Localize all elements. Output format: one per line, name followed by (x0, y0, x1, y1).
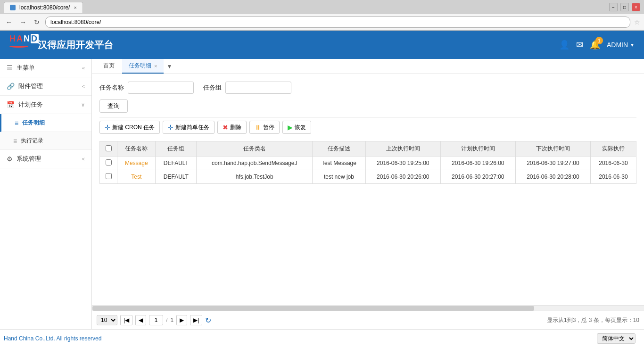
query-button[interactable]: 查询 (99, 99, 128, 113)
sidebar-item-exec-log[interactable]: ≡ 执行记录 (0, 132, 91, 150)
content-area: 首页 任务明细 × ▼ 任务名称 任务组 (92, 59, 644, 329)
row-next-exec: 2016-06-30 20:28:00 (515, 170, 590, 184)
back-button[interactable]: ← (4, 17, 14, 27)
delete-button[interactable]: ✖ 删除 (217, 121, 247, 134)
header-description: 任务描述 (313, 141, 366, 157)
calendar-icon: 📅 (7, 101, 15, 108)
tab-task-detail-close[interactable]: × (154, 63, 157, 69)
task-name-label: 任务名称 (99, 83, 124, 92)
page-sep: / (166, 317, 167, 323)
user-icon[interactable]: 👤 (559, 40, 570, 50)
sidebar-item-task-detail[interactable]: ≡ 任务明细 (0, 114, 91, 132)
tab-task-detail[interactable]: 任务明细 × (122, 59, 164, 74)
address-bar[interactable] (45, 17, 630, 28)
first-page-button[interactable]: |◀ (120, 315, 132, 325)
sidebar-sub-tasks: ≡ 任务明细 ≡ 执行记录 (0, 114, 91, 150)
sidebar-label-attachment: 附件管理 (18, 82, 43, 91)
new-simple-label: 新建简单任务 (175, 124, 209, 132)
row-class-name: hfs.job.TestJob (197, 170, 313, 184)
task-group-label: 任务组 (203, 83, 222, 92)
header-checkbox-col (100, 141, 117, 157)
next-page-button[interactable]: ▶ (176, 315, 187, 325)
row-actual-exec: 2016-06-30 (590, 157, 636, 170)
maximize-button[interactable]: □ (620, 3, 629, 11)
resume-button[interactable]: ▶ 恢复 (282, 121, 311, 134)
header-last-exec: 上次执行时间 (365, 141, 440, 157)
new-simple-button[interactable]: ✛ 新建简单任务 (163, 121, 215, 134)
browser-titlebar: localhost:8080/core/ × − □ × (0, 0, 644, 14)
tab-dropdown-icon[interactable]: ▼ (165, 61, 174, 72)
badge-count: 1 (595, 37, 603, 44)
sidebar-label-sys-mgmt: 系统管理 (17, 155, 41, 163)
row-checkbox-cell (100, 157, 117, 170)
task-group-input[interactable] (225, 82, 291, 94)
row-plan-exec: 2016-06-30 20:27:00 (440, 170, 515, 184)
refresh-button[interactable]: ↻ (205, 316, 211, 325)
sidebar-label-exec-log: 执行记录 (21, 137, 43, 145)
pause-icon: ⏸ (255, 124, 261, 131)
table-row: Test DEFAULT hfs.job.TestJob test new jo… (100, 170, 636, 184)
tab-close-icon[interactable]: × (74, 5, 76, 10)
table-scroll: 任务名称 任务组 任务类名 任务描述 上次执行时间 计划执行时间 下次执行时间 … (99, 141, 636, 184)
scrollbar-thumb[interactable] (92, 306, 534, 311)
close-button[interactable]: × (632, 3, 640, 11)
bookmark-icon[interactable]: ☆ (634, 18, 640, 26)
browser-tab[interactable]: localhost:8080/core/ × (4, 2, 83, 13)
sidebar: ☰ 主菜单 « 🔗 附件管理 < 📅 计划任务 ∨ ≡ 任务明细 ≡ (0, 59, 92, 329)
footer-copyright: Hand China Co.,Ltd. All rights reserved (4, 335, 101, 342)
sidebar-item-scheduled-task[interactable]: 📅 计划任务 ∨ (0, 96, 91, 114)
pause-button[interactable]: ⏸ 暂停 (249, 121, 280, 134)
user-menu[interactable]: ADMIN ▼ (607, 41, 635, 49)
header-plan-exec: 计划执行时间 (440, 141, 515, 157)
sidebar-item-main-menu[interactable]: ☰ 主菜单 « (0, 59, 91, 77)
select-all-checkbox[interactable] (106, 145, 112, 151)
app-footer: Hand China Co.,Ltd. All rights reserved … (0, 329, 644, 347)
forward-button[interactable]: → (18, 17, 28, 27)
row-checkbox[interactable] (106, 159, 112, 165)
new-cron-button[interactable]: ✛ 新建 CRON 任务 (99, 121, 160, 134)
task-name-link[interactable]: Message (125, 160, 148, 166)
table-body: Message DEFAULT com.hand.hap.job.SendMes… (100, 157, 636, 184)
tab-home[interactable]: 首页 (97, 59, 121, 74)
page-number-input[interactable] (149, 315, 163, 325)
new-cron-label: 新建 CRON 任务 (112, 124, 155, 132)
last-page-button[interactable]: ▶| (190, 315, 202, 325)
browser-addressbar: ← → ↻ ☆ (0, 14, 644, 30)
minimize-button[interactable]: − (609, 3, 618, 11)
header-class-name: 任务类名 (197, 141, 313, 157)
prev-page-button[interactable]: ◀ (135, 315, 146, 325)
row-actual-exec: 2016-06-30 (590, 170, 636, 184)
table-header: 任务名称 任务组 任务类名 任务描述 上次执行时间 计划执行时间 下次执行时间 … (100, 141, 636, 157)
sidebar-item-attachment[interactable]: 🔗 附件管理 < (0, 77, 91, 96)
resume-label: 恢复 (295, 124, 306, 132)
sidebar-arrow-attachment: < (82, 83, 85, 89)
total-pages: 1 (170, 317, 173, 323)
exec-log-icon: ≡ (13, 137, 17, 145)
main-layout: ☰ 主菜单 « 🔗 附件管理 < 📅 计划任务 ∨ ≡ 任务明细 ≡ (0, 59, 644, 329)
delete-label: 删除 (230, 124, 241, 132)
titlebar-controls: − □ × (609, 3, 640, 11)
refresh-nav-button[interactable]: ↻ (32, 17, 41, 27)
language-select[interactable]: 简体中文 English (597, 333, 636, 344)
task-name-link[interactable]: Test (131, 174, 141, 180)
sidebar-item-sys-mgmt[interactable]: ⚙ 系统管理 < (0, 150, 91, 168)
gear-icon: ⚙ (7, 155, 13, 163)
header-right: 👤 ✉ 🔔 1 ADMIN ▼ (559, 40, 635, 50)
attachment-icon: 🔗 (7, 83, 15, 90)
row-task-name: Test (117, 170, 156, 184)
sidebar-arrow-sys-mgmt: < (82, 156, 85, 162)
row-description: Test Message (313, 157, 366, 170)
row-checkbox[interactable] (106, 173, 112, 179)
logo-text: HAND (9, 34, 33, 43)
username-label: ADMIN (607, 41, 628, 49)
notification-badge[interactable]: 🔔 1 (590, 40, 600, 50)
sidebar-label-task-detail: 任务明细 (22, 119, 45, 127)
task-name-input[interactable] (128, 82, 194, 94)
table-header-row: 任务名称 任务组 任务类名 任务描述 上次执行时间 计划执行时间 下次执行时间 … (100, 141, 636, 157)
sidebar-arrow-main-menu: « (82, 65, 85, 71)
row-class-name: com.hand.hap.job.SendMessageJ (197, 157, 313, 170)
horizontal-scrollbar[interactable] (92, 305, 644, 311)
page-size-select[interactable]: 10 20 50 (97, 315, 117, 325)
mail-icon[interactable]: ✉ (576, 40, 583, 50)
row-next-exec: 2016-06-30 19:27:00 (515, 157, 590, 170)
